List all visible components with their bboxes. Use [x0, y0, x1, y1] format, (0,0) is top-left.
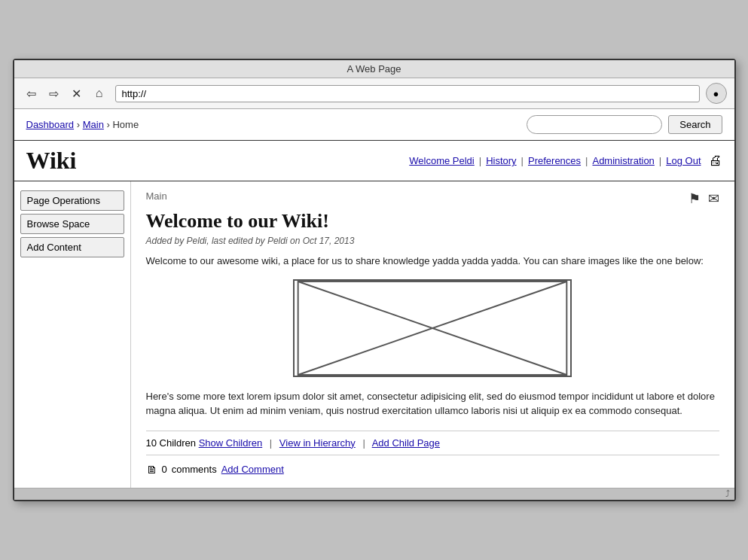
go-button[interactable]: ●: [706, 83, 727, 104]
nav-buttons: ⇦ ⇨ ✕ ⌂: [22, 84, 109, 103]
image-placeholder: [293, 279, 572, 377]
resize-handle: ⤴: [725, 488, 730, 499]
add-child-page-link[interactable]: Add Child Page: [372, 437, 440, 449]
more-text: Here's some more text lorem ipsum dolor …: [146, 389, 719, 418]
add-content-button[interactable]: Add Content: [20, 237, 124, 257]
comments-label: comments: [172, 464, 217, 475]
wiki-nav: Welcome Peldi | History | Preferences | …: [409, 153, 722, 169]
nav-administration[interactable]: Administration: [592, 155, 654, 166]
breadcrumb-dashboard[interactable]: Dashboard: [26, 119, 75, 130]
stop-button[interactable]: ✕: [67, 84, 87, 103]
wiki-header: Wiki Welcome Peldi | History | Preferenc…: [14, 141, 734, 181]
breadcrumb-sep-1: ›: [77, 119, 83, 130]
content-page-title: Welcome to our Wiki!: [146, 210, 719, 233]
children-label: Children: [160, 437, 196, 449]
content-actions: ⚑ ✉: [688, 190, 719, 207]
main-layout: Page Operations Browse Space Add Content…: [14, 181, 734, 488]
home-button[interactable]: ⌂: [90, 84, 109, 103]
comment-count: 0: [162, 464, 167, 475]
page-title-bar: A Web Page: [347, 63, 401, 75]
back-button[interactable]: ⇦: [22, 84, 41, 103]
wiki-title: Wiki: [26, 147, 77, 175]
search-button[interactable]: Search: [668, 115, 722, 134]
breadcrumb: Dashboard › Main › Home: [26, 119, 139, 130]
show-children-link[interactable]: Show Children: [199, 437, 263, 449]
intro-text: Welcome to our awesome wiki, a place for…: [146, 254, 719, 269]
nav-sep-3: |: [585, 155, 588, 166]
forward-button[interactable]: ⇨: [44, 84, 64, 103]
comments-section: 🗎 0 comments Add Comment: [146, 455, 719, 479]
section-label: Main: [146, 190, 167, 202]
search-area: Search: [527, 115, 722, 134]
view-hierarchy-link[interactable]: View in Hierarchy: [279, 437, 356, 449]
address-bar: ⇦ ⇨ ✕ ⌂ ●: [14, 78, 734, 109]
breadcrumb-home: Home: [112, 119, 139, 130]
search-input[interactable]: [527, 115, 662, 134]
sidebar: Page Operations Browse Space Add Content: [14, 181, 131, 488]
nav-history[interactable]: History: [486, 155, 516, 166]
nav-sep-4: |: [659, 155, 661, 166]
page-content: Dashboard › Main › Home Search Wiki Welc…: [14, 109, 734, 488]
breadcrumb-main[interactable]: Main: [83, 119, 104, 130]
bottom-bar: ⤴: [14, 488, 734, 500]
add-comment-link[interactable]: Add Comment: [221, 464, 284, 475]
nav-sep-2: |: [521, 155, 524, 166]
nav-logout[interactable]: Log Out: [666, 155, 701, 166]
children-section: 10 Children Show Children | View in Hier…: [146, 431, 719, 455]
nav-welcome[interactable]: Welcome Peldi: [409, 155, 474, 166]
breadcrumb-bar: Dashboard › Main › Home Search: [14, 109, 734, 141]
nav-sep-1: |: [479, 155, 481, 166]
browse-space-button[interactable]: Browse Space: [20, 214, 124, 234]
nav-preferences[interactable]: Preferences: [528, 155, 581, 166]
browser-window: A Web Page ⇦ ⇨ ✕ ⌂ ● Dashboard › Main › …: [13, 59, 736, 501]
mail-icon[interactable]: ✉: [708, 190, 719, 207]
page-meta: Added by Peldi, last edited by Peldi on …: [146, 236, 719, 246]
content-area: Main ⚑ ✉ Welcome to our Wiki! Added by P…: [131, 181, 734, 488]
title-bar: A Web Page: [14, 60, 734, 78]
children-sep-1: |: [270, 437, 272, 449]
page-operations-button[interactable]: Page Operations: [20, 190, 124, 211]
children-count: 10: [146, 437, 157, 449]
placeholder-svg: [295, 281, 570, 376]
flag-icon[interactable]: ⚑: [688, 190, 701, 207]
print-icon[interactable]: 🖨: [709, 153, 722, 169]
url-input[interactable]: [115, 85, 700, 102]
comment-icon: 🗎: [146, 463, 157, 476]
children-sep-2: |: [362, 437, 365, 449]
